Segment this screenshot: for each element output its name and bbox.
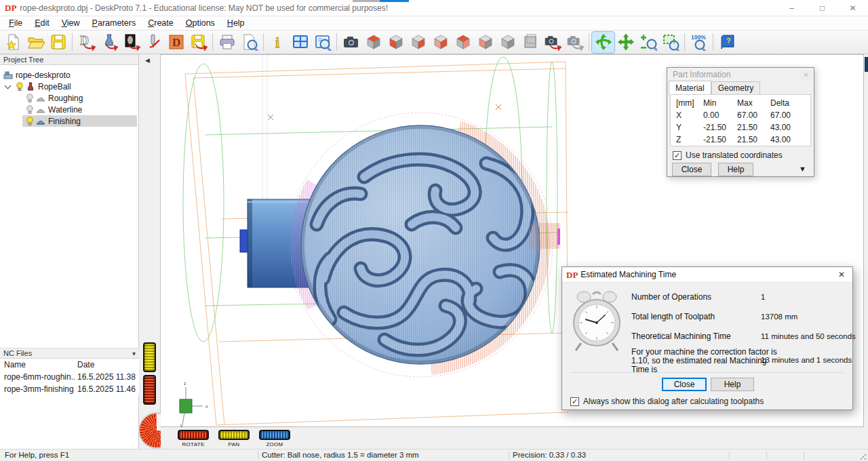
- help-button[interactable]: ?: [716, 32, 738, 53]
- close-button[interactable]: Close: [662, 378, 707, 391]
- resize-grip[interactable]: [860, 454, 867, 460]
- toolbar-separator: [684, 33, 685, 51]
- maximize-button[interactable]: □: [807, 0, 837, 16]
- nc-files-section: NC Files ▾ Name Date rope-6mm-roughin...…: [0, 348, 139, 395]
- rotate-vertical-slider[interactable]: [143, 375, 156, 405]
- view-left-icon: [477, 33, 494, 51]
- snapshot-button[interactable]: [340, 32, 362, 53]
- rotate-slider[interactable]: [178, 430, 209, 440]
- zoom-window-button[interactable]: [659, 32, 682, 53]
- translated-coordinates-checkbox[interactable]: ✓ Use translated coordinates: [673, 151, 783, 160]
- print-preview-icon: [241, 33, 258, 51]
- close-icon[interactable]: ✕: [831, 267, 852, 282]
- view-perspective-button[interactable]: [496, 32, 519, 53]
- open-2d-file-icon: D: [167, 33, 185, 51]
- rotate-slider-label: ROTATE: [178, 441, 209, 447]
- zoom-mode-button[interactable]: [637, 32, 659, 53]
- max-value: 67.00: [737, 111, 770, 120]
- chevron-down-icon[interactable]: ▾: [132, 350, 136, 357]
- menu-create[interactable]: Create: [142, 17, 180, 29]
- delta-value: 67.00: [770, 111, 803, 120]
- print-button[interactable]: [216, 32, 238, 53]
- app-logo: DP: [5, 3, 16, 12]
- close-icon[interactable]: ✕: [800, 70, 812, 80]
- expand-dialog-icon[interactable]: ▼: [799, 165, 806, 173]
- close-button[interactable]: Close: [672, 163, 711, 176]
- window-title: rope-deskproto.dpj - DeskProto 7.1 - Edu…: [20, 3, 388, 13]
- saved-view-button[interactable]: [564, 32, 586, 53]
- view-front-icon: [387, 33, 405, 51]
- visibility-bulb-icon[interactable]: [24, 94, 35, 103]
- import-toolpath-button[interactable]: [142, 32, 165, 53]
- menu-file[interactable]: File: [3, 17, 28, 29]
- machining-time-titlebar[interactable]: DP Estimated Machining Time ✕: [562, 267, 852, 283]
- nc-file-row[interactable]: rope-6mm-roughin... 16.5.2025 11.38: [0, 371, 139, 383]
- tab-material[interactable]: Material: [669, 81, 711, 95]
- menu-help[interactable]: Help: [221, 17, 251, 29]
- svg-text:?: ?: [726, 37, 731, 45]
- rope-ball-model: [301, 125, 540, 364]
- tree-item-roughing[interactable]: Roughing: [0, 92, 138, 104]
- import-geometry-button[interactable]: [98, 32, 120, 53]
- camera-icon: [342, 33, 360, 51]
- pan-mode-button[interactable]: [614, 32, 637, 53]
- nc-file-row[interactable]: rope-3mm-finishing... 16.5.2025 11.46: [0, 383, 139, 395]
- column-name[interactable]: Name: [0, 360, 75, 369]
- visibility-bulb-icon[interactable]: [14, 82, 25, 92]
- save-project-button[interactable]: [47, 32, 69, 53]
- help-button[interactable]: Help: [711, 378, 754, 391]
- toolbar: D D i 100% ?: [0, 30, 868, 54]
- tab-geometry[interactable]: Geometry: [711, 81, 761, 96]
- menu-parameters[interactable]: Parameters: [86, 17, 142, 29]
- expander-icon[interactable]: [5, 82, 12, 89]
- visibility-bulb-icon[interactable]: [24, 117, 35, 126]
- visibility-bulb-icon[interactable]: [24, 105, 35, 115]
- view-back-button[interactable]: [452, 32, 474, 53]
- tree-item-part[interactable]: RopeBall: [0, 81, 138, 92]
- zoom-in-out-icon: [639, 33, 657, 51]
- print-preview-button[interactable]: [238, 32, 260, 53]
- view-bottom-button[interactable]: [429, 32, 452, 53]
- view-left-button[interactable]: [474, 32, 496, 53]
- new-project-button[interactable]: [2, 32, 24, 53]
- view-right-button[interactable]: [407, 32, 429, 53]
- view-front-button[interactable]: [384, 32, 407, 53]
- import-bitmap-button[interactable]: [120, 32, 142, 53]
- help-button[interactable]: Help: [718, 163, 753, 176]
- restore-view-button[interactable]: [541, 32, 564, 53]
- status-help-text: For Help, press F1: [5, 451, 69, 459]
- viewport-layout-button[interactable]: [289, 32, 311, 53]
- import-deskproto-button[interactable]: D: [75, 32, 98, 53]
- always-show-checkbox[interactable]: ✓ Always show this dialog after calculat…: [570, 397, 764, 406]
- pan-vertical-slider[interactable]: [143, 342, 156, 372]
- min-value: 0.00: [703, 111, 737, 120]
- save-nc-file-button[interactable]: [187, 32, 210, 53]
- checkbox-check-icon: ✓: [570, 397, 579, 406]
- menu-view[interactable]: View: [56, 17, 86, 29]
- tree-item-waterline[interactable]: Waterline: [0, 104, 138, 115]
- operation-label: Roughing: [48, 94, 83, 103]
- toolbar-separator: [589, 33, 589, 51]
- tree-item-project[interactable]: rope-deskproto: [0, 69, 138, 81]
- menu-options[interactable]: Options: [180, 17, 221, 29]
- info-icon: i: [269, 33, 287, 51]
- pan-slider[interactable]: [218, 430, 250, 440]
- part-information-titlebar[interactable]: Part Information: [667, 68, 814, 81]
- part-icon: [25, 82, 36, 92]
- column-date[interactable]: Date: [75, 360, 94, 369]
- open-2d-file-button[interactable]: D: [165, 32, 187, 53]
- delta-value: 43.00: [770, 135, 803, 144]
- zoom-100-button[interactable]: 100%: [688, 32, 710, 53]
- open-file-button[interactable]: [24, 32, 47, 53]
- operation-preview-button[interactable]: [311, 32, 334, 53]
- part-information-button[interactable]: i: [267, 32, 289, 53]
- menu-edit[interactable]: Edit: [28, 17, 56, 29]
- rotate-mode-button[interactable]: [592, 32, 614, 53]
- view-orthographic-button[interactable]: [519, 32, 541, 53]
- collapse-panel-icon[interactable]: ◀: [145, 57, 150, 64]
- close-button[interactable]: ✕: [837, 0, 868, 16]
- view-top-button[interactable]: [362, 32, 384, 53]
- tree-item-finishing[interactable]: Finishing: [0, 115, 138, 127]
- minimize-button[interactable]: –: [776, 0, 807, 16]
- zoom-slider[interactable]: [259, 430, 290, 440]
